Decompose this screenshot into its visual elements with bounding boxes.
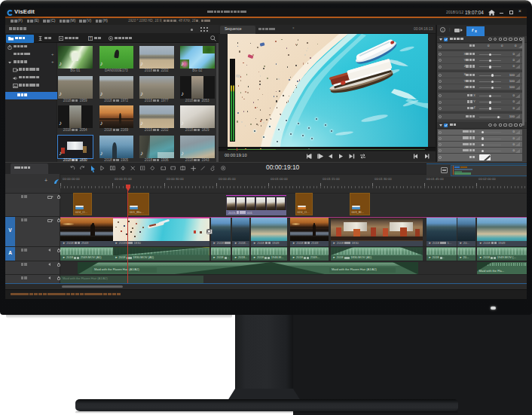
svg-text:T: T: [90, 36, 92, 41]
